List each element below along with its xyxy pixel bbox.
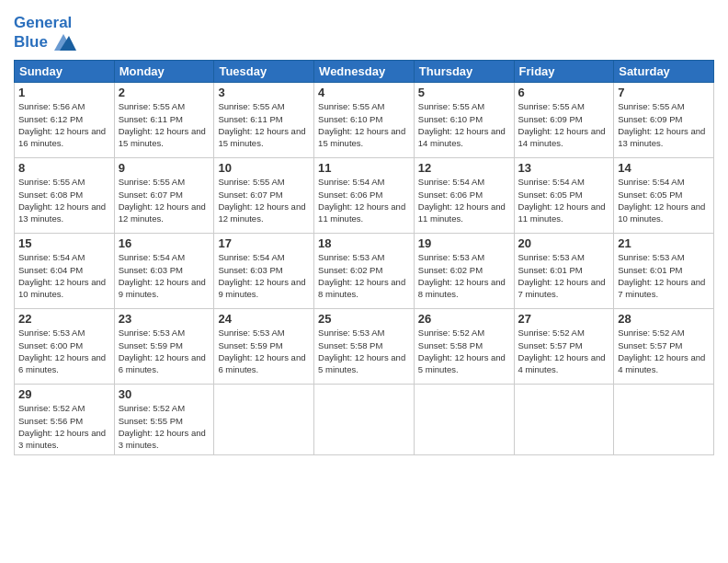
day-number: 19 [418, 236, 510, 250]
day-info: Sunrise: 5:53 AM Sunset: 6:00 PM Dayligh… [18, 327, 110, 375]
calendar-container: General Blue Sunday Monday Tuesday We [0, 0, 728, 563]
header-sunday: Sunday [15, 61, 115, 83]
day-number: 14 [618, 161, 710, 175]
day-cell [214, 385, 314, 454]
logo-text: General Blue [14, 14, 76, 52]
day-info: Sunrise: 5:55 AM Sunset: 6:09 PM Dayligh… [518, 100, 610, 149]
day-cell: 26 Sunrise: 5:52 AM Sunset: 5:58 PM Dayl… [414, 309, 514, 385]
header-monday: Monday [114, 61, 214, 83]
day-cell: 22 Sunrise: 5:53 AM Sunset: 6:00 PM Dayl… [15, 309, 115, 385]
day-cell: 6 Sunrise: 5:55 AM Sunset: 6:09 PM Dayli… [514, 83, 614, 158]
day-cell: 5 Sunrise: 5:55 AM Sunset: 6:10 PM Dayli… [414, 83, 514, 158]
day-cell: 20 Sunrise: 5:53 AM Sunset: 6:01 PM Dayl… [514, 234, 614, 309]
day-cell: 17 Sunrise: 5:54 AM Sunset: 6:03 PM Dayl… [214, 234, 314, 309]
day-cell: 27 Sunrise: 5:52 AM Sunset: 5:57 PM Dayl… [514, 309, 614, 385]
day-info: Sunrise: 5:55 AM Sunset: 6:07 PM Dayligh… [119, 176, 210, 224]
day-info: Sunrise: 5:53 AM Sunset: 5:59 PM Dayligh… [218, 327, 310, 375]
day-cell: 28 Sunrise: 5:52 AM Sunset: 5:57 PM Dayl… [614, 309, 714, 385]
day-info: Sunrise: 5:55 AM Sunset: 6:10 PM Dayligh… [418, 100, 510, 149]
day-number: 25 [318, 312, 410, 326]
day-cell: 14 Sunrise: 5:54 AM Sunset: 6:05 PM Dayl… [614, 158, 714, 234]
day-cell: 2 Sunrise: 5:55 AM Sunset: 6:11 PM Dayli… [114, 83, 214, 158]
day-info: Sunrise: 5:52 AM Sunset: 5:57 PM Dayligh… [618, 327, 710, 375]
day-number: 7 [618, 86, 710, 99]
day-number: 3 [218, 86, 310, 99]
week-row-2: 8 Sunrise: 5:55 AM Sunset: 6:08 PM Dayli… [15, 158, 714, 234]
day-cell: 15 Sunrise: 5:54 AM Sunset: 6:04 PM Dayl… [15, 234, 115, 309]
day-info: Sunrise: 5:55 AM Sunset: 6:07 PM Dayligh… [218, 176, 310, 224]
day-info: Sunrise: 5:54 AM Sunset: 6:06 PM Dayligh… [318, 176, 410, 224]
day-cell: 7 Sunrise: 5:55 AM Sunset: 6:09 PM Dayli… [614, 83, 714, 158]
day-cell: 9 Sunrise: 5:55 AM Sunset: 6:07 PM Dayli… [114, 158, 214, 234]
day-cell: 24 Sunrise: 5:53 AM Sunset: 5:59 PM Dayl… [214, 309, 314, 385]
day-cell [514, 385, 614, 454]
day-info: Sunrise: 5:54 AM Sunset: 6:06 PM Dayligh… [418, 176, 510, 224]
weekday-header-row: Sunday Monday Tuesday Wednesday Thursday… [15, 61, 714, 83]
day-cell: 30 Sunrise: 5:52 AM Sunset: 5:55 PM Dayl… [114, 385, 214, 454]
day-info: Sunrise: 5:52 AM Sunset: 5:55 PM Dayligh… [119, 402, 210, 451]
calendar-table: Sunday Monday Tuesday Wednesday Thursday… [14, 60, 714, 454]
day-number: 6 [518, 86, 610, 99]
week-row-5: 29 Sunrise: 5:52 AM Sunset: 5:56 PM Dayl… [15, 385, 714, 454]
day-number: 13 [518, 161, 610, 175]
day-number: 9 [119, 161, 210, 175]
day-info: Sunrise: 5:53 AM Sunset: 6:02 PM Dayligh… [318, 251, 410, 300]
day-number: 11 [318, 161, 410, 175]
day-info: Sunrise: 5:54 AM Sunset: 6:03 PM Dayligh… [119, 251, 210, 300]
logo-icon [51, 32, 76, 52]
day-number: 29 [18, 387, 110, 401]
day-info: Sunrise: 5:54 AM Sunset: 6:03 PM Dayligh… [218, 251, 310, 300]
day-cell: 8 Sunrise: 5:55 AM Sunset: 6:08 PM Dayli… [15, 158, 115, 234]
week-row-3: 15 Sunrise: 5:54 AM Sunset: 6:04 PM Dayl… [15, 234, 714, 309]
day-info: Sunrise: 5:55 AM Sunset: 6:08 PM Dayligh… [18, 176, 110, 224]
week-row-4: 22 Sunrise: 5:53 AM Sunset: 6:00 PM Dayl… [15, 309, 714, 385]
day-info: Sunrise: 5:52 AM Sunset: 5:57 PM Dayligh… [518, 327, 610, 375]
day-cell: 13 Sunrise: 5:54 AM Sunset: 6:05 PM Dayl… [514, 158, 614, 234]
day-cell: 1 Sunrise: 5:56 AM Sunset: 6:12 PM Dayli… [15, 83, 115, 158]
day-number: 4 [318, 86, 410, 99]
day-number: 16 [119, 236, 210, 250]
header-wednesday: Wednesday [314, 61, 415, 83]
day-number: 20 [518, 236, 610, 250]
day-info: Sunrise: 5:52 AM Sunset: 5:58 PM Dayligh… [418, 327, 510, 375]
day-number: 18 [318, 236, 410, 250]
day-number: 12 [418, 161, 510, 175]
day-number: 24 [218, 312, 310, 326]
day-number: 28 [618, 312, 710, 326]
day-number: 30 [119, 387, 210, 401]
day-cell: 29 Sunrise: 5:52 AM Sunset: 5:56 PM Dayl… [15, 385, 115, 454]
day-info: Sunrise: 5:52 AM Sunset: 5:56 PM Dayligh… [18, 402, 110, 451]
day-number: 22 [18, 312, 110, 326]
day-cell: 18 Sunrise: 5:53 AM Sunset: 6:02 PM Dayl… [314, 234, 415, 309]
header-saturday: Saturday [614, 61, 714, 83]
day-info: Sunrise: 5:55 AM Sunset: 6:09 PM Dayligh… [618, 100, 710, 149]
day-info: Sunrise: 5:53 AM Sunset: 5:58 PM Dayligh… [318, 327, 410, 375]
header-friday: Friday [514, 61, 614, 83]
day-number: 10 [218, 161, 310, 175]
day-info: Sunrise: 5:55 AM Sunset: 6:11 PM Dayligh… [119, 100, 210, 149]
day-info: Sunrise: 5:53 AM Sunset: 6:01 PM Dayligh… [518, 251, 610, 300]
day-number: 8 [18, 161, 110, 175]
day-cell [614, 385, 714, 454]
day-cell: 19 Sunrise: 5:53 AM Sunset: 6:02 PM Dayl… [414, 234, 514, 309]
day-number: 26 [418, 312, 510, 326]
logo: General Blue [14, 14, 76, 52]
day-cell: 11 Sunrise: 5:54 AM Sunset: 6:06 PM Dayl… [314, 158, 415, 234]
day-info: Sunrise: 5:53 AM Sunset: 5:59 PM Dayligh… [119, 327, 210, 375]
header-thursday: Thursday [414, 61, 514, 83]
day-number: 15 [18, 236, 110, 250]
header-tuesday: Tuesday [214, 61, 314, 83]
day-cell [314, 385, 415, 454]
day-cell: 21 Sunrise: 5:53 AM Sunset: 6:01 PM Dayl… [614, 234, 714, 309]
day-info: Sunrise: 5:54 AM Sunset: 6:05 PM Dayligh… [618, 176, 710, 224]
day-number: 21 [618, 236, 710, 250]
day-cell: 10 Sunrise: 5:55 AM Sunset: 6:07 PM Dayl… [214, 158, 314, 234]
day-number: 23 [119, 312, 210, 326]
day-number: 27 [518, 312, 610, 326]
day-info: Sunrise: 5:54 AM Sunset: 6:05 PM Dayligh… [518, 176, 610, 224]
day-cell: 3 Sunrise: 5:55 AM Sunset: 6:11 PM Dayli… [214, 83, 314, 158]
day-info: Sunrise: 5:56 AM Sunset: 6:12 PM Dayligh… [18, 100, 110, 149]
day-number: 1 [18, 86, 110, 99]
day-cell: 12 Sunrise: 5:54 AM Sunset: 6:06 PM Dayl… [414, 158, 514, 234]
day-info: Sunrise: 5:55 AM Sunset: 6:11 PM Dayligh… [218, 100, 310, 149]
